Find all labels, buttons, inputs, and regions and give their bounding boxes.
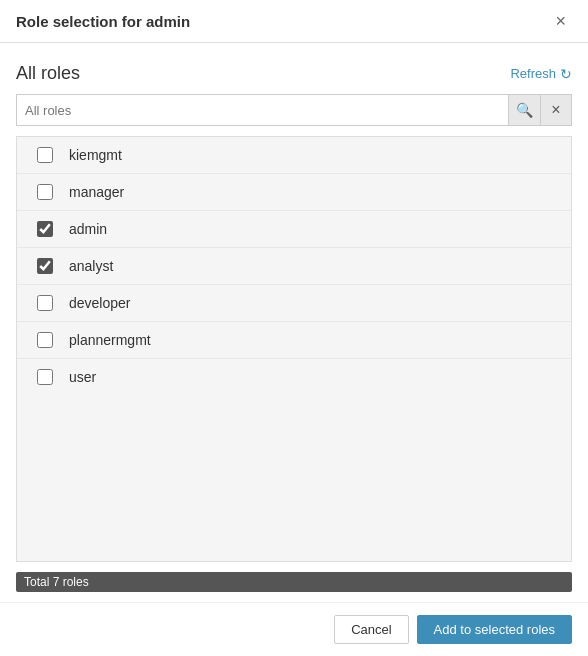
- total-badge: Total 7 roles: [16, 572, 572, 592]
- role-item: kiemgmt: [17, 137, 571, 174]
- section-title: All roles: [16, 63, 80, 84]
- role-checkbox-analyst[interactable]: [37, 258, 53, 274]
- role-label-developer: developer: [69, 295, 131, 311]
- role-selection-modal: Role selection for admin × All roles Ref…: [0, 0, 588, 656]
- search-icon: 🔍: [516, 102, 533, 118]
- role-label-analyst: analyst: [69, 258, 113, 274]
- role-label-plannermgmt: plannermgmt: [69, 332, 151, 348]
- refresh-button[interactable]: Refresh ↻: [510, 66, 572, 82]
- modal-header: Role selection for admin ×: [0, 0, 588, 43]
- roles-list: kiemgmtmanageradminanalystdeveloperplann…: [16, 136, 572, 562]
- section-header: All roles Refresh ↻: [16, 63, 572, 84]
- modal-body: All roles Refresh ↻ 🔍 × kiemgmtmanagerad…: [0, 43, 588, 602]
- clear-search-button[interactable]: ×: [540, 94, 572, 126]
- search-row: 🔍 ×: [16, 94, 572, 126]
- modal-footer: Cancel Add to selected roles: [0, 602, 588, 656]
- role-item: admin: [17, 211, 571, 248]
- role-checkbox-user[interactable]: [37, 369, 53, 385]
- search-button[interactable]: 🔍: [508, 94, 540, 126]
- add-to-selected-button[interactable]: Add to selected roles: [417, 615, 572, 644]
- clear-icon: ×: [551, 101, 560, 119]
- role-checkbox-developer[interactable]: [37, 295, 53, 311]
- role-label-kiemgmt: kiemgmt: [69, 147, 122, 163]
- cancel-button[interactable]: Cancel: [334, 615, 408, 644]
- role-checkbox-plannermgmt[interactable]: [37, 332, 53, 348]
- role-checkbox-kiemgmt[interactable]: [37, 147, 53, 163]
- role-checkbox-manager[interactable]: [37, 184, 53, 200]
- role-item: analyst: [17, 248, 571, 285]
- role-checkbox-admin[interactable]: [37, 221, 53, 237]
- modal-title: Role selection for admin: [16, 13, 190, 30]
- search-input[interactable]: [16, 94, 508, 126]
- refresh-label: Refresh: [510, 66, 556, 81]
- role-item: user: [17, 359, 571, 395]
- role-item: plannermgmt: [17, 322, 571, 359]
- role-item: developer: [17, 285, 571, 322]
- role-label-manager: manager: [69, 184, 124, 200]
- refresh-icon: ↻: [560, 66, 572, 82]
- role-label-user: user: [69, 369, 96, 385]
- role-item: manager: [17, 174, 571, 211]
- role-label-admin: admin: [69, 221, 107, 237]
- close-button[interactable]: ×: [549, 10, 572, 32]
